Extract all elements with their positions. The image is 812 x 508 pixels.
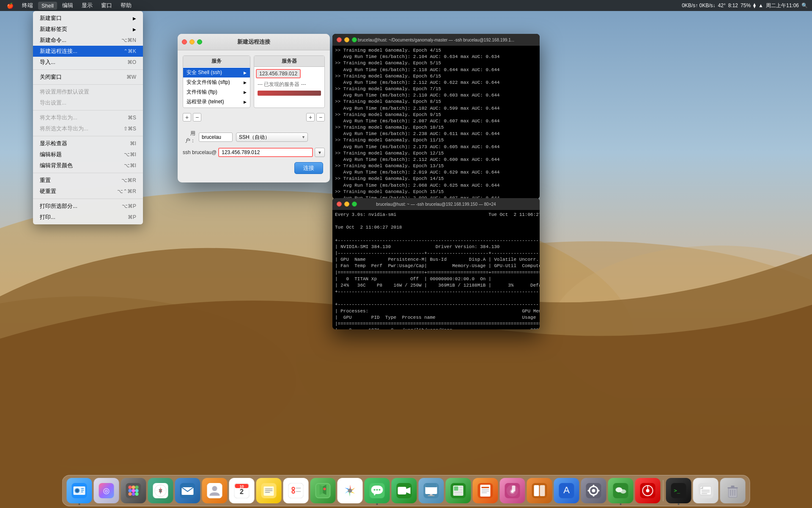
ssh-method-select[interactable]: SSH（自动） [236,133,308,142]
svg-point-60 [374,489,376,491]
svg-rect-82 [482,491,489,491]
add-server-btn[interactable]: + [306,113,315,121]
menu-new-command-label: 新建命令... [40,36,121,44]
dock-item-trash[interactable] [720,478,746,503]
menu-import[interactable]: 导入... ⌘O [33,57,143,68]
dock-item-siri[interactable]: ◎ [94,478,119,503]
dock-item-filefinder[interactable] [693,478,719,503]
server-item-1[interactable]: 123.456.789.012 [254,68,324,80]
menubar-view[interactable]: 显示 [78,1,96,10]
menubar-left: 🍎 终端 Shell 编辑 显示 窗口 帮助 [0,1,135,10]
menu-export-settings-label: 导出设置... [40,99,136,107]
service-sftp[interactable]: 安全文件传输 (sftp) ▶ [183,77,250,87]
service-ssh[interactable]: 安全 Shell (ssh) ▶ [183,68,250,77]
menu-new-remote[interactable]: 新建远程连接... ⌃⌘K [33,46,143,57]
terminal-2-minimize[interactable] [344,202,349,207]
menu-edit-title[interactable]: 编辑标题 ⌥⌘I [33,149,143,160]
svg-rect-10 [81,490,84,491]
dock-item-photos[interactable] [337,478,363,503]
minimize-button[interactable] [189,39,195,44]
connect-button[interactable]: 连接 [294,162,323,174]
dock-item-syspreferences[interactable] [581,478,606,503]
menu-print[interactable]: 打印... ⌘P [33,212,143,223]
svg-rect-68 [425,485,437,487]
dock-divider [663,480,664,501]
svg-point-22 [132,492,135,496]
dock-item-safari[interactable] [148,478,173,503]
add-service-btn[interactable]: + [183,113,191,121]
menu-print-selected[interactable]: 打印所选部分... ⌥⌘P [33,201,143,212]
menubar-edit[interactable]: 编辑 [59,1,77,10]
svg-rect-80 [482,487,489,488]
service-telnet[interactable]: 远程登录 (telnet) ▶ [183,97,250,107]
menubar-shell[interactable]: Shell [38,2,57,10]
menubar-help[interactable]: 帮助 [117,1,135,10]
menubar-temp: 42° [718,3,726,8]
menu-use-settings-default: 将设置用作默认设置 [33,86,143,97]
dock-item-maps[interactable] [310,478,336,503]
menubar-search-icon[interactable]: 🔍 [801,3,808,8]
dock-item-calendar[interactable]: 102 [229,478,255,503]
svg-rect-73 [454,486,458,491]
menu-new-window[interactable]: 新建窗口 ▶ [33,13,143,24]
dock-item-appstore[interactable]: A [554,478,579,503]
svg-rect-44 [265,492,270,493]
svg-rect-90 [534,485,539,496]
dock-item-books[interactable] [527,478,552,503]
terminal-2-close[interactable] [337,202,342,207]
svg-rect-11 [81,491,83,492]
dock-item-messages[interactable] [365,478,390,503]
terminal-window-1[interactable]: brucelau@hust: ~/Documents/ganomaly-mast… [332,34,540,199]
terminal-1-minimize[interactable] [344,37,349,42]
dock-item-pages[interactable] [473,478,498,503]
service-ftp-label: 文件传输 (ftp) [187,88,217,96]
dock-item-numbers[interactable] [446,478,471,503]
terminal-2-zoom[interactable] [352,202,357,207]
menu-new-command[interactable]: 新建命令... ⌥⌘N [33,35,143,46]
menu-use-settings-label: 将设置用作默认设置 [40,88,136,96]
menu-new-tab[interactable]: 新建标签页 ▶ [33,24,143,35]
dock-item-finder[interactable] [67,478,92,503]
service-ftp[interactable]: 文件传输 (ftp) ▶ [183,87,250,97]
zoom-button[interactable] [197,39,202,44]
menu-export-settings: 导出设置... [33,97,143,108]
dock-finder-dot [79,503,80,505]
user-input[interactable] [199,133,233,142]
ssh-host-input[interactable] [218,148,313,157]
terminal-1-close[interactable] [337,37,342,42]
menubar-window[interactable]: 窗口 [98,1,115,10]
menu-show-inspector[interactable]: 显示检查器 ⌘I [33,138,143,149]
menu-close-window[interactable]: 关闭窗口 ⌘W [33,72,143,83]
dock-item-netease[interactable] [635,478,661,503]
server-bar-item [254,91,324,96]
dock-item-terminal[interactable]: >_ [666,478,691,503]
dock-item-contacts[interactable] [202,478,228,503]
dock-item-reminders[interactable] [283,478,309,503]
terminal-2-content: Every 3.0s: nvidia-smi Tue Oct 2 11:06:2… [335,212,537,329]
menu-hard-reset[interactable]: 硬重置 ⌥⌃⌘R [33,186,143,197]
dock-item-mail[interactable] [175,478,200,503]
menubar-right: 0KB/s↑ 0KB/s↓ 42° 8:12 75% ⧫ ▲ 周二上午11:06… [682,2,812,9]
dock-item-keynote[interactable] [419,478,444,503]
dock-item-launchpad[interactable] [121,478,146,503]
dialog-body: 服务 安全 Shell (ssh) ▶ 安全文件传输 (sftp) ▶ 文件传输… [178,50,330,182]
dock-item-notes[interactable] [256,478,282,503]
dock-item-facetime[interactable] [392,478,417,503]
ssh-cmd-dropdown-btn[interactable]: ▼ [315,148,325,157]
remove-server-btn[interactable]: − [316,113,325,121]
menu-export-selected-shortcut: ⇧⌘S [123,126,136,132]
remove-service-btn[interactable]: − [193,113,201,121]
terminal-1-zoom[interactable] [352,37,357,42]
dock-item-itunes[interactable] [500,478,525,503]
menu-new-remote-shortcut: ⌃⌘K [123,48,136,54]
menubar-app-name[interactable]: 终端 [19,1,36,10]
close-button[interactable] [182,39,187,44]
terminal-window-2[interactable]: brucelau@hust: ~ — -ssh brucelau@192.168… [332,198,540,329]
dock-item-wechat[interactable] [608,478,634,503]
apple-menu[interactable]: 🍎 [3,2,17,10]
menu-edit-bg-color[interactable]: 编辑背景颜色 ⌥⌘I [33,160,143,171]
server-input-box: 123.456.789.012 [256,69,301,78]
menu-edit-bg-color-label: 编辑背景颜色 [40,162,124,169]
menu-reset[interactable]: 重置 ⌥⌘R [33,175,143,186]
svg-text:◎: ◎ [103,486,110,495]
